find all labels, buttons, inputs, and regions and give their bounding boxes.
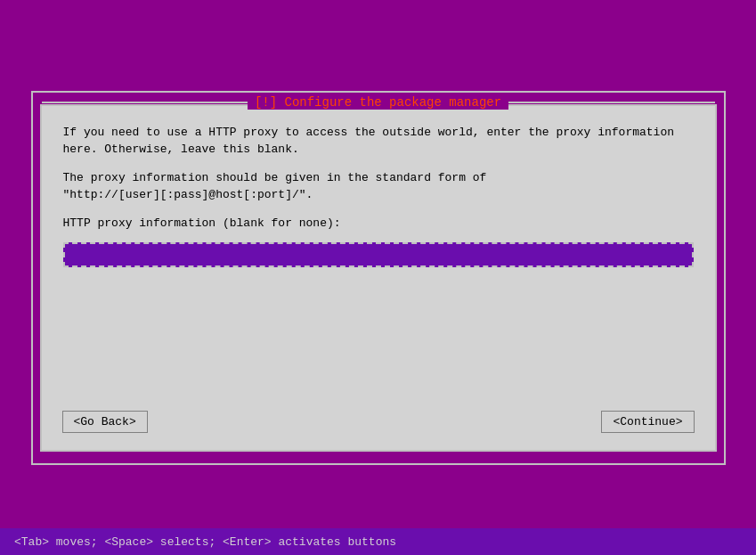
proxy-label: HTTP proxy information (blank for none): [63, 215, 694, 233]
body-text-2: The proxy information should be given in… [63, 169, 694, 204]
dialog-content: If you need to use a HTTP proxy to acces… [42, 106, 715, 286]
title-line-right [508, 102, 714, 103]
outer-dialog: [!] Configure the package manager If you… [31, 91, 726, 465]
dialog-title-bar: [!] Configure the package manager [42, 95, 715, 110]
dialog-buttons: <Go Back> <Continue> [63, 412, 694, 432]
title-line-left [42, 102, 248, 103]
go-back-button[interactable]: <Go Back> [63, 412, 147, 432]
inner-dialog: [!] Configure the package manager If you… [40, 104, 717, 452]
continue-button[interactable]: <Continue> [602, 412, 693, 432]
status-text: <Tab> moves; <Space> selects; <Enter> ac… [14, 535, 396, 549]
status-bar: <Tab> moves; <Space> selects; <Enter> ac… [0, 528, 756, 555]
proxy-input[interactable] [63, 242, 694, 267]
dialog-title: [!] Configure the package manager [248, 95, 508, 110]
body-text-1: If you need to use a HTTP proxy to acces… [63, 124, 694, 159]
